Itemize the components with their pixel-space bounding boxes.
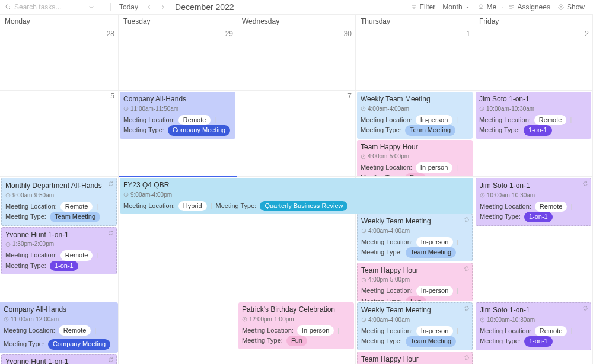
location-pill: In-person [416, 326, 453, 336]
event-patrick-birthday[interactable]: Patrick's Birthday Celebration 12:00pm-1… [238, 302, 354, 349]
event-title: Weekly Team Meeting [361, 305, 468, 315]
me-button[interactable]: Me [474, 2, 500, 12]
svg-marker-5 [466, 7, 469, 8]
type-pill: 1-on-1 [524, 125, 552, 135]
event-company-all-hands[interactable]: Company All-Hands 11:00am-11:50am Meetin… [120, 92, 235, 139]
event-yvonne-1on1[interactable]: Yvonne Hunt 1-on-1 1:30pm-2:00pm Meeting… [1, 227, 117, 275]
chevron-down-icon[interactable] [88, 4, 95, 11]
location-label: Meeting Location: [5, 251, 57, 260]
location-label: Meeting Location: [361, 116, 412, 124]
person-icon [477, 4, 484, 11]
assignees-label: Assignees [518, 3, 550, 11]
clock-icon [361, 228, 366, 234]
event-title: FY23 Q4 QBR [123, 180, 470, 190]
separator: | [456, 163, 458, 172]
separator: | [96, 251, 98, 260]
event-team-happy-hour[interactable]: Team Happy Hour 4:00pm-5:00pm [357, 352, 473, 364]
cell-29[interactable]: 29 [119, 28, 237, 91]
cell-13[interactable] [119, 301, 237, 364]
location-label: Meeting Location: [361, 286, 413, 295]
cell-12[interactable]: Company All-Hands 11:00am-12:00am Meetin… [0, 301, 119, 364]
event-jim-soto-1on1[interactable]: Jim Soto 1-on-1 10:00am-10:30am Meeting … [476, 92, 591, 139]
event-monthly-dept-all-hands[interactable]: Monthly Department All-Hands 9:00am-9:50… [1, 178, 117, 226]
cell-2[interactable]: 2 [474, 28, 593, 91]
event-title: Weekly Team Meeting [361, 94, 469, 104]
event-weekly-team-meeting[interactable]: Weekly Team Meeting 4:00am-4:00am Meetin… [357, 92, 473, 139]
location-pill: In-person [416, 237, 453, 247]
event-yvonne-1on1[interactable]: Yvonne Hunt 1-on-1 1:30pm-2:00pm Meeting… [1, 354, 117, 364]
today-button[interactable]: Today [116, 2, 142, 12]
prev-button[interactable] [142, 2, 156, 12]
event-team-happy-hour[interactable]: Team Happy Hour 4:00pm-5:00pm Meeting Lo… [357, 263, 473, 301]
search-wrap [5, 3, 106, 11]
event-jim-soto-1on1[interactable]: Jim Soto 1-on-1 10:00am-10:30am Meeting … [476, 302, 591, 350]
event-company-all-hands[interactable]: Company All-Hands 11:00am-12:00am Meetin… [0, 302, 118, 353]
clock-icon [361, 106, 366, 111]
cell-28[interactable]: 28 [0, 28, 119, 91]
event-jim-soto-1on1[interactable]: Jim Soto 1-on-1 10:00am-10:30am Meeting … [476, 178, 591, 226]
event-weekly-team-meeting[interactable]: Weekly Team Meeting 4:00am-4:00am Meetin… [357, 213, 473, 261]
type-label: Meeting Type: [361, 297, 402, 301]
cell-14[interactable]: Patrick's Birthday Celebration 12:00pm-1… [237, 301, 356, 364]
event-time: 9:00am-4:00pm [123, 191, 470, 199]
separator: | [94, 326, 96, 335]
dayheader-monday: Monday [0, 15, 119, 28]
cell-12-monday-5[interactable]: 12 Monthly Department All-Hands 9:00am-9… [0, 177, 119, 301]
svg-point-7 [509, 5, 512, 7]
daynum: 5 [110, 92, 114, 100]
show-button[interactable]: Show [554, 2, 588, 12]
view-mode-button[interactable]: Month [439, 2, 473, 12]
clock-icon [123, 192, 129, 197]
separator: | [570, 116, 572, 124]
dayheader-wednesday: Wednesday [237, 15, 356, 28]
event-time: 4:00pm-5:00pm [361, 276, 468, 284]
separator: | [214, 116, 216, 124]
event-time: 4:00am-4:00am [361, 316, 468, 324]
daynum: 29 [225, 30, 233, 38]
event-qbr[interactable]: FY23 Q4 QBR 9:00am-4:00pm Meeting Locati… [120, 178, 473, 214]
assignees-button[interactable]: Assignees [505, 2, 554, 12]
cell-9[interactable]: 9 Jim Soto 1-on-1 10:00am-10:30am Meetin… [474, 91, 593, 177]
separator: | [337, 326, 339, 335]
event-title: Monthly Department All-Hands [5, 181, 113, 191]
next-button[interactable] [156, 2, 170, 12]
event-time: 10:00am-10:30am [480, 191, 587, 200]
search-input[interactable] [14, 3, 85, 11]
cell-6[interactable]: 6 Company All-Hands 11:00am-11:50am Meet… [119, 91, 237, 177]
event-time: 9:00am-9:50am [5, 191, 113, 200]
cell-8[interactable]: 8 Weekly Team Meeting 4:00am-4:00am Meet… [356, 91, 474, 177]
type-label: Meeting Type: [361, 337, 402, 346]
location-pill: In-person [416, 162, 452, 173]
separator: | [570, 327, 572, 336]
cell-30[interactable]: 30 [237, 28, 356, 91]
cell-15[interactable]: Weekly Team Meeting 4:00am-4:00am Meetin… [356, 301, 474, 364]
separator: | [211, 202, 212, 210]
type-pill: Company Meeting [168, 125, 230, 135]
cell-row3-fri[interactable]: 16 Jim Soto 1-on-1 10:00am-10:30am Meeti… [474, 177, 593, 301]
cell-5[interactable]: 5 [0, 91, 119, 177]
daynum: 2 [585, 30, 589, 38]
type-pill: 1-on-1 [524, 336, 553, 346]
location-pill: Remote [535, 326, 568, 336]
event-team-happy-hour[interactable]: Team Happy Hour 4:00pm-5:00pm Meeting Lo… [357, 140, 473, 177]
gear-icon [557, 4, 565, 11]
separator: | [457, 238, 458, 247]
location-label: Meeting Location: [361, 238, 413, 247]
toolbar: Today December 2022 Filter Month Me · As… [0, 0, 593, 15]
chevron-right-icon [160, 4, 167, 11]
event-time: 10:00am-10:30am [480, 316, 587, 324]
dayheader-friday: Friday [474, 15, 593, 28]
cell-7[interactable]: 7 [237, 91, 356, 177]
cell-1[interactable]: 1 [356, 28, 474, 91]
recurring-icon [108, 357, 114, 363]
location-pill: Remote [59, 325, 91, 336]
daynum: 28 [107, 30, 114, 38]
event-title: Team Happy Hour [361, 142, 469, 152]
cell-16[interactable]: Jim Soto 1-on-1 10:00am-10:30am Meeting … [474, 301, 593, 364]
filter-icon [410, 4, 417, 11]
event-weekly-team-meeting[interactable]: Weekly Team Meeting 4:00am-4:00am Meetin… [357, 302, 473, 350]
type-pill: Fun [286, 336, 307, 346]
event-time: 4:00am-4:00am [361, 105, 469, 113]
type-label: Meeting Type: [242, 336, 283, 345]
filter-button[interactable]: Filter [407, 2, 439, 12]
